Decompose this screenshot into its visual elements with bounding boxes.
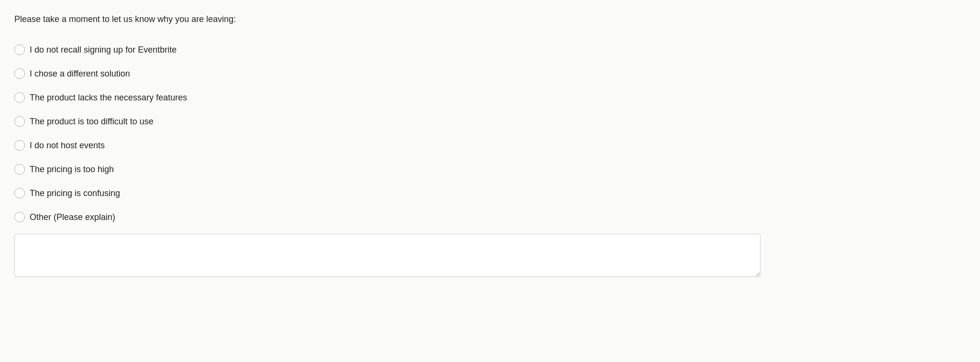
radio-input-3[interactable]: [14, 92, 25, 103]
radio-label-4: The product is too difficult to use: [30, 117, 154, 127]
radio-label-7: The pricing is confusing: [30, 188, 120, 198]
radio-label-2: I chose a different solution: [30, 69, 130, 79]
radio-label-1: I do not recall signing up for Eventbrit…: [30, 45, 176, 55]
radio-option-8[interactable]: Other (Please explain): [14, 205, 966, 229]
radio-input-6[interactable]: [14, 164, 25, 175]
radio-group: I do not recall signing up for Eventbrit…: [14, 38, 966, 229]
radio-input-2[interactable]: [14, 68, 25, 79]
radio-option-6[interactable]: The pricing is too high: [14, 157, 966, 181]
radio-input-4[interactable]: [14, 116, 25, 127]
radio-option-1[interactable]: I do not recall signing up for Eventbrit…: [14, 38, 966, 62]
radio-input-7[interactable]: [14, 188, 25, 198]
radio-label-5: I do not host events: [30, 141, 105, 151]
radio-label-8: Other (Please explain): [30, 212, 115, 222]
radio-option-7[interactable]: The pricing is confusing: [14, 181, 966, 205]
radio-input-5[interactable]: [14, 140, 25, 151]
other-explanation-container: [14, 234, 760, 279]
radio-label-6: The pricing is too high: [30, 165, 114, 175]
other-explanation-textarea[interactable]: [14, 234, 760, 277]
radio-option-3[interactable]: The product lacks the necessary features: [14, 86, 966, 110]
radio-option-2[interactable]: I chose a different solution: [14, 62, 966, 86]
radio-label-3: The product lacks the necessary features: [30, 93, 187, 103]
radio-input-1[interactable]: [14, 44, 25, 55]
form-question: Please take a moment to let us know why …: [14, 14, 966, 24]
radio-option-4[interactable]: The product is too difficult to use: [14, 110, 966, 133]
radio-option-5[interactable]: I do not host events: [14, 133, 966, 157]
radio-input-8[interactable]: [14, 212, 25, 222]
